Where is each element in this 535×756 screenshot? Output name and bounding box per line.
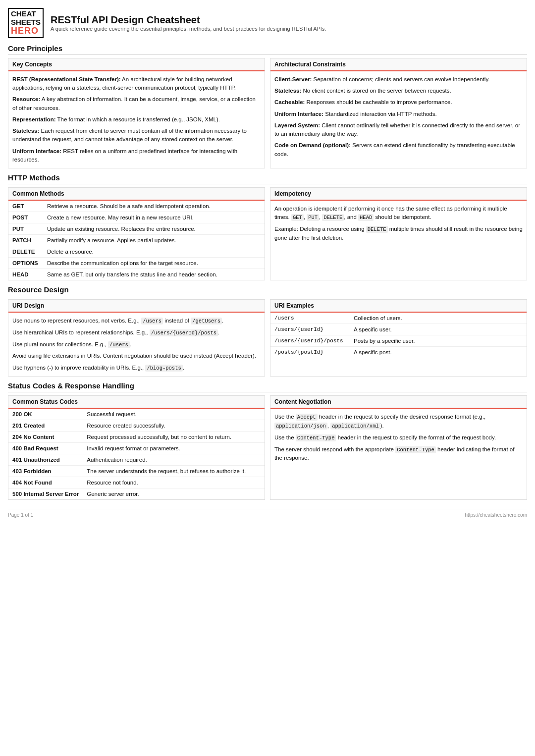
http-method-row: PATCHPartially modify a resource. Applie… xyxy=(8,235,265,246)
ac-item-3: Cacheable: Responses should be cacheable… xyxy=(274,98,523,107)
footer-url[interactable]: https://cheatsheetshero.com xyxy=(465,512,527,518)
uri-design-header: URI Design xyxy=(8,300,265,313)
page-footer: Page 1 of 1 https://cheatsheetshero.com xyxy=(8,509,527,518)
arch-constraints-body: Client-Server: Separation of concerns; c… xyxy=(270,71,527,162)
architectural-constraints-panel: Architectural Constraints Client-Server:… xyxy=(270,58,527,168)
status-desc: Authentication required. xyxy=(83,454,265,466)
uri-desc: Collection of users. xyxy=(350,313,527,324)
status-code: 204 No Content xyxy=(8,432,83,443)
status-desc: The server understands the request, but … xyxy=(83,466,265,477)
status-code: 400 Bad Request xyxy=(8,443,83,454)
method-desc: Same as GET, but only transfers the stat… xyxy=(43,269,265,280)
method-name: GET xyxy=(8,201,43,212)
status-code: 201 Created xyxy=(8,420,83,432)
uri-example-row: /users/{userId}A specific user. xyxy=(270,324,527,335)
method-name: PUT xyxy=(8,223,43,235)
header-text: RESTful API Design Cheatsheet A quick re… xyxy=(51,14,326,32)
idempotency-text1: An operation is idempotent if performing… xyxy=(274,205,523,222)
page-subtitle: A quick reference guide covering the ess… xyxy=(51,26,326,32)
uri-desc: A specific post. xyxy=(350,347,527,358)
uri-example-row: /users/{userId}/postsPosts by a specific… xyxy=(270,335,527,347)
resource-design-grid: URI Design Use nouns to represent resour… xyxy=(8,299,527,377)
status-code-row: 200 OKSuccessful request. xyxy=(8,409,265,420)
http-methods-table: GETRetrieve a resource. Should be a safe… xyxy=(8,201,265,280)
status-code-row: 201 CreatedResource created successfully… xyxy=(8,420,265,432)
status-desc: Invalid request format or parameters. xyxy=(83,443,265,454)
uri-design-body: Use nouns to represent resources, not ve… xyxy=(8,313,265,376)
status-desc: Resource created successfully. xyxy=(83,420,265,432)
http-method-row: GETRetrieve a resource. Should be a safe… xyxy=(8,201,265,212)
status-desc: Generic server error. xyxy=(83,488,265,500)
http-method-row: DELETEDelete a resource. xyxy=(8,246,265,258)
status-code: 200 OK xyxy=(8,409,83,420)
uri-path: /users/{userId}/posts xyxy=(270,335,350,347)
uri-desc: A specific user. xyxy=(350,324,527,335)
status-code: 401 Unauthorized xyxy=(8,454,83,466)
kc-item-1: REST (Representational State Transfer): … xyxy=(12,75,261,93)
status-desc: Successful request. xyxy=(83,409,265,420)
uri-design-panel: URI Design Use nouns to represent resour… xyxy=(8,299,265,377)
idempotency-body: An operation is idempotent if performing… xyxy=(270,201,527,246)
uri-design-item-4: Avoid using file extensions in URIs. Con… xyxy=(12,352,261,360)
key-concepts-panel: Key Concepts REST (Representational Stat… xyxy=(8,58,265,168)
kc-item-4: Stateless: Each request from client to s… xyxy=(12,127,261,144)
key-concepts-body: REST (Representational State Transfer): … xyxy=(8,71,265,168)
uri-example-row: /posts/{postId}A specific post. xyxy=(270,347,527,358)
uri-path: /users/{userId} xyxy=(270,324,350,335)
status-code: 500 Internal Server Error xyxy=(8,488,83,500)
status-codes-table: 200 OKSuccessful request.201 CreatedReso… xyxy=(8,409,265,499)
method-name: OPTIONS xyxy=(8,258,43,269)
uri-examples-table: /usersCollection of users./users/{userId… xyxy=(270,313,527,358)
common-methods-panel: Common Methods GETRetrieve a resource. S… xyxy=(8,187,265,280)
status-desc: Request processed successfully, but no c… xyxy=(83,432,265,443)
status-code-row: 204 No ContentRequest processed successf… xyxy=(8,432,265,443)
cn-item-1: Use the Accept header in the request to … xyxy=(274,413,523,431)
method-desc: Update an existing resource. Replaces th… xyxy=(43,223,265,235)
method-name: POST xyxy=(8,212,43,223)
uri-design-item-2: Use hierarchical URIs to represent relat… xyxy=(12,328,261,337)
section-status-codes: Status Codes & Response Handling xyxy=(8,381,527,392)
status-codes-grid: Common Status Codes 200 OKSuccessful req… xyxy=(8,395,527,500)
http-method-row: POSTCreate a new resource. May result in… xyxy=(8,212,265,223)
uri-path: /posts/{postId} xyxy=(270,347,350,358)
method-desc: Describe the communication options for t… xyxy=(43,258,265,269)
method-desc: Partially modify a resource. Applies par… xyxy=(43,235,265,246)
status-code: 403 Forbidden xyxy=(8,466,83,477)
uri-examples-header: URI Examples xyxy=(270,300,527,313)
page-title: RESTful API Design Cheatsheet xyxy=(51,14,326,26)
status-code-row: 400 Bad RequestInvalid request format or… xyxy=(8,443,265,454)
cn-item-3: The server should respond with the appro… xyxy=(274,445,523,463)
http-method-row: OPTIONSDescribe the communication option… xyxy=(8,258,265,269)
uri-path: /users xyxy=(270,313,350,324)
section-resource-design: Resource Design xyxy=(8,285,527,296)
method-desc: Delete a resource. xyxy=(43,246,265,258)
section-http-methods: HTTP Methods xyxy=(8,173,527,184)
common-status-codes-panel: Common Status Codes 200 OKSuccessful req… xyxy=(8,395,265,500)
status-code-row: 500 Internal Server ErrorGeneric server … xyxy=(8,488,265,500)
method-desc: Retrieve a resource. Should be a safe an… xyxy=(43,201,265,212)
kc-item-3: Representation: The format in which a re… xyxy=(12,115,261,124)
status-code-row: 403 ForbiddenThe server understands the … xyxy=(8,466,265,477)
common-methods-body: GETRetrieve a resource. Should be a safe… xyxy=(8,201,265,280)
section-core-principles: Core Principles xyxy=(8,44,527,55)
uri-example-row: /usersCollection of users. xyxy=(270,313,527,324)
core-principles-grid: Key Concepts REST (Representational Stat… xyxy=(8,58,527,168)
method-name: PATCH xyxy=(8,235,43,246)
idempotency-panel: Idempotency An operation is idempotent i… xyxy=(270,187,527,280)
logo-hero: HERO xyxy=(11,26,41,36)
common-status-codes-header: Common Status Codes xyxy=(8,396,265,409)
ac-item-6: Code on Demand (optional): Servers can e… xyxy=(274,141,523,159)
uri-desc: Posts by a specific user. xyxy=(350,335,527,347)
method-desc: Create a new resource. May result in a n… xyxy=(43,212,265,223)
logo-cheat: CHEAT xyxy=(11,10,41,18)
key-concepts-header: Key Concepts xyxy=(8,58,265,71)
ac-item-4: Uniform Interface: Standardized interact… xyxy=(274,110,523,118)
idempotency-text2: Example: Deleting a resource using DELET… xyxy=(274,225,523,242)
content-negotiation-body: Use the Accept header in the request to … xyxy=(270,409,527,466)
common-methods-header: Common Methods xyxy=(8,188,265,201)
http-method-row: HEADSame as GET, but only transfers the … xyxy=(8,269,265,280)
arch-constraints-header: Architectural Constraints xyxy=(270,58,527,71)
content-negotiation-header: Content Negotiation xyxy=(270,396,527,409)
method-name: DELETE xyxy=(8,246,43,258)
uri-design-item-3: Use plural nouns for collections. E.g., … xyxy=(12,340,261,349)
